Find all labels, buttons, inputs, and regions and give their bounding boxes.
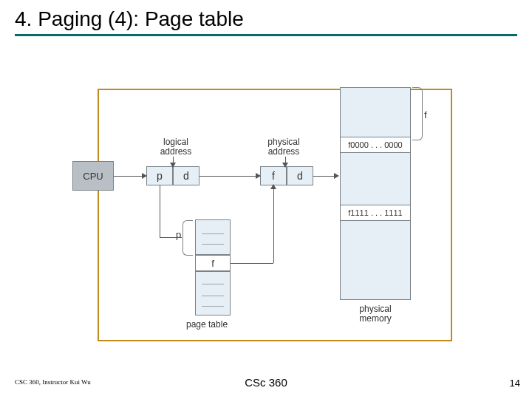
arrow-p-down [160,185,160,237]
arrowhead-icon [334,173,339,179]
physical-memory-caption: physical memory [346,304,405,324]
page-table-p-label: p [176,229,181,240]
page-table-entry-f: f [195,255,231,271]
memory-frame-gap [341,153,410,205]
memory-row-end: f1111 . . . 1111 [341,205,410,221]
page-table-upper [195,219,231,255]
arrow-f-up [273,185,274,263]
title-underline [15,34,517,36]
memory-frame-brace [412,87,423,140]
page-table-brace [183,220,193,256]
slide-header: 4. Paging (4): Page table [0,0,532,41]
cpu-box: CPU [72,161,114,191]
footer-course: CSc 360 [245,376,287,389]
arrowhead-icon [170,163,176,168]
logical-address-label: logical address [154,137,198,157]
slide-number: 14 [510,378,520,389]
logical-d-cell: d [173,166,200,185]
page-table-caption: page table [186,319,228,330]
arrowhead-icon [282,163,288,168]
arrow-d-to-d [200,176,260,177]
arrowhead-icon [270,184,276,189]
page-table-lower [195,271,231,316]
paging-diagram: CPU p d logical address f d physical add… [98,89,452,341]
arrow-f-out [231,263,273,264]
physical-memory: f0000 . . . 0000 f1111 . . . 1111 [340,87,411,300]
logical-p-cell: p [146,166,173,185]
arrow-to-memory [313,176,335,177]
memory-row-start: f0000 . . . 0000 [341,137,410,153]
physical-d-cell: d [287,166,313,185]
physical-address-label: physical address [262,137,306,157]
slide-title: 4. Paging (4): Page table [15,7,517,31]
footer-instructor: CSC 360, Instructor Kui Wu [15,378,91,386]
arrowhead-icon [142,173,147,179]
physical-f-cell: f [260,166,287,185]
arrow-p-to-brace [160,237,182,238]
memory-frame-label: f [424,109,427,120]
arrowhead-icon [256,173,261,179]
